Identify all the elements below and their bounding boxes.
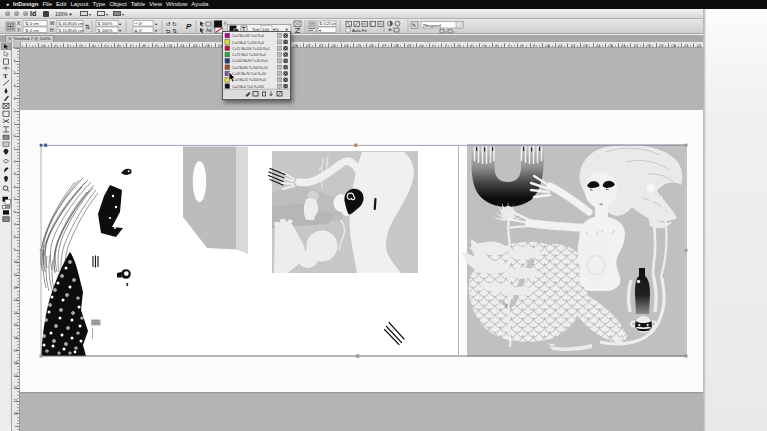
svg-text:C=15 M=100 Y=100 K=0: C=15 M=100 Y=100 K=0 xyxy=(232,47,270,51)
svg-text:29: 29 xyxy=(408,44,412,48)
svg-text:4: 4 xyxy=(14,84,16,88)
svg-text:T: T xyxy=(3,73,8,79)
svg-text:18: 18 xyxy=(647,44,651,48)
svg-text:⇊ 0°: ⇊ 0° xyxy=(134,28,143,33)
svg-text:27: 27 xyxy=(382,44,386,48)
svg-text:1: 1 xyxy=(14,122,16,126)
svg-text:7: 7 xyxy=(508,44,510,48)
svg-text:⇅ 100%: ⇅ 100% xyxy=(97,28,113,33)
svg-text:14: 14 xyxy=(597,44,601,48)
svg-text:3: 3 xyxy=(80,44,82,48)
svg-text:11: 11 xyxy=(559,44,563,48)
svg-text:Auto-Fit: Auto-Fit xyxy=(352,28,367,33)
svg-text:17: 17 xyxy=(634,44,638,48)
svg-text:7: 7 xyxy=(14,48,16,50)
svg-text:0: 0 xyxy=(42,44,44,48)
svg-text:5: 5 xyxy=(14,71,16,75)
svg-text:C=75 M=5 Y=100 K=0: C=75 M=5 Y=100 K=0 xyxy=(232,53,266,57)
svg-text:19: 19 xyxy=(14,374,18,378)
svg-text:13: 13 xyxy=(584,44,588,48)
svg-text:C=0 M=80 Y=100 K=10: C=0 M=80 Y=100 K=10 xyxy=(232,66,268,70)
svg-text:9: 9 xyxy=(156,44,158,48)
svg-text:C=0 M=15 Y=100 K=0: C=0 M=15 Y=100 K=0 xyxy=(232,78,266,82)
svg-text:22: 22 xyxy=(14,412,18,416)
svg-text:4: 4 xyxy=(471,44,473,48)
svg-text:24: 24 xyxy=(345,44,349,48)
svg-text:8: 8 xyxy=(14,235,16,239)
svg-text:13: 13 xyxy=(206,44,210,48)
svg-text:15: 15 xyxy=(609,44,613,48)
svg-text:P: P xyxy=(186,22,192,31)
svg-text:▾: ▾ xyxy=(155,28,157,33)
svg-text:12: 12 xyxy=(193,44,197,48)
svg-text:15: 15 xyxy=(14,323,18,327)
svg-text:11: 11 xyxy=(181,44,185,48)
svg-text:4: 4 xyxy=(14,185,16,189)
svg-text:2: 2 xyxy=(445,44,447,48)
svg-text:16: 16 xyxy=(14,336,18,340)
svg-text:C=0 M=0 Y=0 K=100: C=0 M=0 Y=0 K=100 xyxy=(232,85,264,89)
svg-text:5: 5 xyxy=(483,44,485,48)
svg-text:⇅ 0 cm: ⇅ 0 cm xyxy=(25,28,39,33)
svg-text:6: 6 xyxy=(14,210,16,214)
svg-text:⇅ 0,25 pt: ⇅ 0,25 pt xyxy=(319,21,337,26)
svg-text:10: 10 xyxy=(168,44,172,48)
svg-text:12: 12 xyxy=(571,44,575,48)
svg-text:2: 2 xyxy=(14,109,16,113)
svg-text:5: 5 xyxy=(105,44,107,48)
svg-text:19: 19 xyxy=(660,44,664,48)
svg-text:C=0 M=0 Y=100 K=0: C=0 M=0 Y=100 K=0 xyxy=(232,41,264,45)
svg-text:10: 10 xyxy=(546,44,550,48)
svg-text:7: 7 xyxy=(14,223,16,227)
svg-text:22: 22 xyxy=(319,44,323,48)
svg-text:6: 6 xyxy=(118,44,120,48)
svg-text:25: 25 xyxy=(357,44,361,48)
svg-text:X:: X: xyxy=(17,21,21,26)
svg-text:3: 3 xyxy=(14,172,16,176)
svg-text:⇅ 100%: ⇅ 100% xyxy=(97,21,113,26)
svg-text:20: 20 xyxy=(294,44,298,48)
svg-text:20: 20 xyxy=(14,386,18,390)
svg-text:✎: ✎ xyxy=(412,22,416,28)
svg-text:6: 6 xyxy=(14,59,16,63)
svg-text:⇅ 15,8545 cm: ⇅ 15,8545 cm xyxy=(58,28,84,33)
svg-text:11: 11 xyxy=(14,273,18,277)
svg-text:4: 4 xyxy=(93,44,95,48)
svg-text:21: 21 xyxy=(685,44,689,48)
svg-text:9: 9 xyxy=(14,248,16,252)
svg-text:2: 2 xyxy=(14,160,16,164)
svg-text:10: 10 xyxy=(14,260,18,264)
svg-text:1: 1 xyxy=(14,147,16,151)
svg-text:13: 13 xyxy=(14,298,18,302)
svg-text:21: 21 xyxy=(307,44,311,48)
svg-text:Aa: Aa xyxy=(206,28,212,33)
svg-text:23: 23 xyxy=(332,44,336,48)
svg-text:14: 14 xyxy=(14,311,18,315)
svg-text:7: 7 xyxy=(130,44,132,48)
svg-text:▾: ▾ xyxy=(319,28,321,33)
svg-text:⇅: ⇅ xyxy=(85,24,90,30)
svg-text:26: 26 xyxy=(370,44,374,48)
svg-text:C=100 M=90 Y=10 K=0: C=100 M=90 Y=10 K=0 xyxy=(232,59,268,63)
svg-text:▾: ▾ xyxy=(119,28,121,33)
svg-text:3: 3 xyxy=(14,97,16,101)
svg-text:3: 3 xyxy=(458,44,460,48)
svg-text:18: 18 xyxy=(14,361,18,365)
svg-text:[Ninguno]: [Ninguno] xyxy=(423,23,441,28)
svg-text:H:: H: xyxy=(50,28,55,33)
svg-text:1: 1 xyxy=(55,44,57,48)
svg-text:20: 20 xyxy=(672,44,676,48)
svg-text:▴: ▴ xyxy=(119,21,121,26)
svg-text:16: 16 xyxy=(622,44,626,48)
svg-text:6: 6 xyxy=(496,44,498,48)
svg-text:28: 28 xyxy=(395,44,399,48)
svg-text:⇅ 45,8545 cm: ⇅ 45,8545 cm xyxy=(58,21,84,26)
svg-text:↺ ↻: ↺ ↻ xyxy=(166,21,177,27)
svg-text:▴: ▴ xyxy=(155,21,157,26)
svg-text:21: 21 xyxy=(14,399,18,403)
svg-text:Y:: Y: xyxy=(17,28,21,33)
svg-text:12: 12 xyxy=(14,286,18,290)
svg-text:8: 8 xyxy=(521,44,523,48)
svg-text:0: 0 xyxy=(14,134,16,138)
svg-text:0: 0 xyxy=(420,44,422,48)
